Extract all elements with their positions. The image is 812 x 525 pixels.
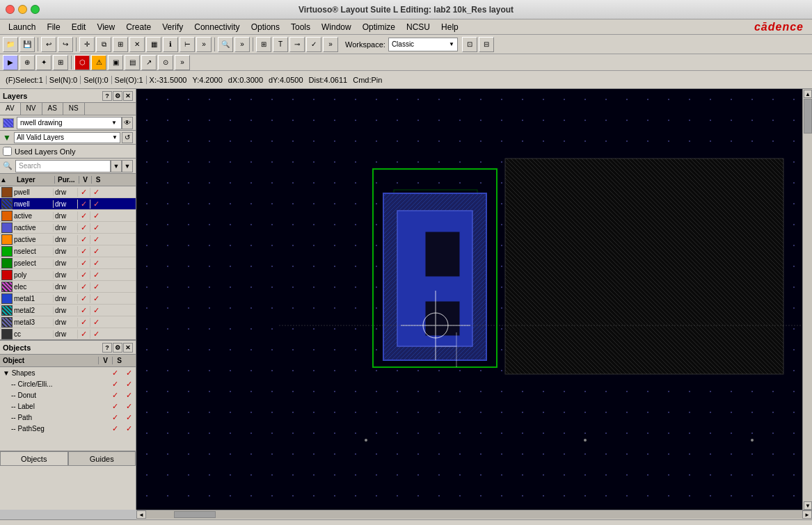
col-purpose[interactable]: Pur... <box>55 176 79 184</box>
v-scroll-up[interactable]: ▲ <box>804 90 812 98</box>
measure-button[interactable]: ⊸ <box>289 37 305 52</box>
obj-settings-btn[interactable]: ⚙ <box>113 343 122 353</box>
h-scroll-left[interactable]: ◄ <box>136 510 146 519</box>
v-scroll-down[interactable]: ▼ <box>804 501 812 510</box>
tab-as[interactable]: AS <box>42 103 63 115</box>
menu-options[interactable]: Options <box>246 21 285 33</box>
v-scroll-thumb[interactable] <box>804 99 812 134</box>
h-scroll-thumb[interactable] <box>174 511 216 518</box>
layer-selectable-pwell[interactable]: ✓ <box>90 188 102 197</box>
save-button[interactable]: 💾 <box>19 37 35 52</box>
layer-visible-nwell[interactable]: ✓ <box>77 200 90 209</box>
layer-row-pselect[interactable]: pselect drw ✓ ✓ <box>0 257 136 269</box>
layer-row-nselect[interactable]: nselect drw ✓ ✓ <box>0 245 136 257</box>
check-button[interactable]: ✓ <box>306 37 321 52</box>
more-button[interactable]: » <box>196 37 212 52</box>
snap-dot[interactable]: ⊙ <box>158 55 173 70</box>
layer-row-pwell[interactable]: pwell drw ✓ ✓ <box>0 186 136 198</box>
used-layers-checkbox[interactable] <box>3 147 12 156</box>
canvas-area[interactable]: ▲ ▼ <box>136 89 812 510</box>
menu-ncsu[interactable]: NCSU <box>401 21 436 33</box>
layers-settings-btn[interactable]: ⚙ <box>113 91 122 101</box>
zoom-more-button[interactable]: » <box>234 37 250 52</box>
menu-window[interactable]: Window <box>316 21 357 33</box>
layer-combo[interactable]: nwell drawing ▼ <box>17 117 122 129</box>
select-button[interactable]: ▶ <box>3 55 18 70</box>
search-input[interactable]: Search <box>15 160 111 172</box>
delete-button[interactable]: ✕ <box>129 37 145 52</box>
layer-selectable-active[interactable]: ✓ <box>90 211 102 220</box>
more2-button[interactable]: » <box>323 37 338 52</box>
menu-verify[interactable]: Verify <box>157 21 189 33</box>
snap-arrow[interactable]: ↗ <box>141 55 157 70</box>
layer-row-elec[interactable]: elec drw ✓ ✓ <box>0 281 136 293</box>
layer-eye-btn[interactable]: 👁 <box>122 117 133 129</box>
menu-launch[interactable]: Launch <box>3 21 41 33</box>
snap-box2[interactable]: ▤ <box>125 55 140 70</box>
tab-av[interactable]: AV <box>0 103 21 115</box>
layers-close-btn[interactable]: ✕ <box>123 91 133 101</box>
menu-optimize[interactable]: Optimize <box>357 21 401 33</box>
menu-create[interactable]: Create <box>120 21 157 33</box>
layer-visible-metal2[interactable]: ✓ <box>77 306 90 315</box>
filter-combo[interactable]: All Valid Layers ▼ <box>14 132 120 143</box>
col-selectable[interactable]: S <box>92 176 104 184</box>
layer-selectable-pactive[interactable]: ✓ <box>90 235 102 244</box>
minimize-button[interactable] <box>18 5 27 14</box>
snap-highlight[interactable]: ⬡ <box>74 55 90 70</box>
col-layer[interactable]: Layer <box>3 176 55 184</box>
layer-selectable-nselect[interactable]: ✓ <box>90 247 102 256</box>
layer-visible-active[interactable]: ✓ <box>77 211 90 220</box>
layer-selectable-cc[interactable]: ✓ <box>90 330 102 339</box>
menu-edit[interactable]: Edit <box>66 21 92 33</box>
obj-row-circle-elli---[interactable]: -- Circle/Elli... ✓ ✓ <box>0 378 136 389</box>
tab-objects[interactable]: Objects <box>0 451 68 466</box>
obj-help-btn[interactable]: ? <box>102 343 112 353</box>
copy-button[interactable]: ⧉ <box>96 37 111 52</box>
layer-row-cc[interactable]: cc drw ✓ ✓ <box>0 328 136 339</box>
move-button[interactable]: ✛ <box>79 37 95 52</box>
obj-row-label[interactable]: -- Label ✓ ✓ <box>0 401 136 412</box>
layer-row-nwell[interactable]: nwell drw ✓ ✓ <box>0 198 136 210</box>
layer-visible-metal1[interactable]: ✓ <box>77 294 90 303</box>
layer-row-pactive[interactable]: pactive drw ✓ ✓ <box>0 234 136 245</box>
obj-close-btn[interactable]: ✕ <box>123 343 133 353</box>
menu-tools[interactable]: Tools <box>285 21 316 33</box>
layer-selectable-poly[interactable]: ✓ <box>90 270 102 280</box>
layer-selectable-metal1[interactable]: ✓ <box>90 294 102 303</box>
snap-ortho[interactable]: ⊕ <box>19 55 35 70</box>
search-options-btn[interactable]: ▼ <box>111 160 122 172</box>
layer-selectable-pselect[interactable]: ✓ <box>90 259 102 268</box>
text-button[interactable]: T <box>273 37 288 52</box>
filter-reset-btn[interactable]: ↺ <box>122 132 133 143</box>
menu-file[interactable]: File <box>41 21 65 33</box>
snap-box[interactable]: ▣ <box>108 55 123 70</box>
layer-row-active[interactable]: active drw ✓ ✓ <box>0 210 136 222</box>
layer-selectable-nactive[interactable]: ✓ <box>90 223 102 232</box>
layer-visible-metal3[interactable]: ✓ <box>77 318 90 327</box>
tab-guides[interactable]: Guides <box>68 451 136 466</box>
obj-row-pathseg[interactable]: -- PathSeg ✓ ✓ <box>0 423 136 434</box>
zoom-in-button[interactable]: 🔍 <box>218 37 233 52</box>
close-button[interactable] <box>6 5 15 14</box>
layer-selectable-nwell[interactable]: ✓ <box>90 200 102 209</box>
menu-connectivity[interactable]: Connectivity <box>189 21 245 33</box>
ruler-button[interactable]: ⊢ <box>180 37 195 52</box>
layers-help-btn[interactable]: ? <box>102 91 112 101</box>
layer-row-metal3[interactable]: metal3 drw ✓ ✓ <box>0 316 136 328</box>
h-scroll-right[interactable]: ► <box>802 510 812 519</box>
layer-row-poly[interactable]: poly drw ✓ ✓ <box>0 269 136 281</box>
ws-btn1[interactable]: ⊡ <box>462 37 477 52</box>
search-more-btn[interactable]: ▼ <box>122 160 133 172</box>
obj-row-shapes[interactable]: ▼ Shapes ✓ ✓ <box>0 367 136 378</box>
menu-help[interactable]: Help <box>436 21 464 33</box>
obj-row-donut[interactable]: -- Donut ✓ ✓ <box>0 389 136 401</box>
layer-visible-cc[interactable]: ✓ <box>77 330 90 339</box>
layer-visible-elec[interactable]: ✓ <box>77 282 90 291</box>
snap-any[interactable]: ✦ <box>36 55 51 70</box>
workspace-combo[interactable]: Classic ▼ <box>388 38 458 51</box>
menu-view[interactable]: View <box>91 21 120 33</box>
layer-visible-nactive[interactable]: ✓ <box>77 223 90 232</box>
v-scrollbar[interactable]: ▲ ▼ <box>802 89 812 510</box>
layer-visible-pactive[interactable]: ✓ <box>77 235 90 244</box>
